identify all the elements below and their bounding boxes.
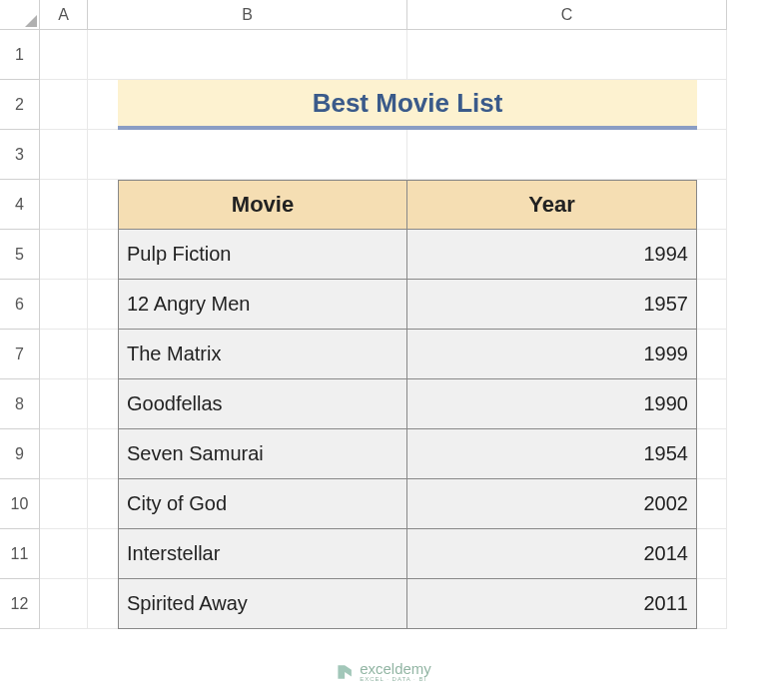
table-row: Goodfellas 1990 <box>118 379 697 429</box>
watermark-text: exceldemy EXCEL · DATA · BI <box>360 661 431 682</box>
cell-a6[interactable] <box>40 280 88 330</box>
row-header-4[interactable]: 4 <box>0 180 40 230</box>
cell-year[interactable]: 2014 <box>407 529 697 579</box>
cell-movie[interactable]: The Matrix <box>118 330 407 379</box>
cell-a7[interactable] <box>40 330 88 379</box>
cell-year[interactable]: 1990 <box>407 379 697 429</box>
cell-year[interactable]: 1999 <box>407 330 697 379</box>
select-all-corner[interactable] <box>0 0 40 30</box>
cell-year[interactable]: 2002 <box>407 479 697 529</box>
row-header-1[interactable]: 1 <box>0 30 40 80</box>
column-header-c[interactable]: C <box>407 0 727 30</box>
cell-a11[interactable] <box>40 529 88 579</box>
cell-movie[interactable]: City of God <box>118 479 407 529</box>
cell-a1[interactable] <box>40 30 88 80</box>
cell-movie[interactable]: Spirited Away <box>118 579 407 629</box>
row-header-3[interactable]: 3 <box>0 130 40 180</box>
movie-table: Movie Year Pulp Fiction 1994 12 Angry Me… <box>118 180 697 629</box>
table-row: Pulp Fiction 1994 <box>118 230 697 280</box>
cell-a8[interactable] <box>40 379 88 429</box>
row-header-5[interactable]: 5 <box>0 230 40 280</box>
cell-a2[interactable] <box>40 80 88 130</box>
header-year[interactable]: Year <box>407 180 697 230</box>
watermark: exceldemy EXCEL · DATA · BI <box>336 661 431 682</box>
watermark-tagline: EXCEL · DATA · BI <box>360 676 431 682</box>
row-header-9[interactable]: 9 <box>0 429 40 479</box>
cell-year[interactable]: 1957 <box>407 280 697 330</box>
worksheet-content: Best Movie List Movie Year Pulp Fiction … <box>88 30 727 629</box>
row-header-8[interactable]: 8 <box>0 379 40 429</box>
table-row: Seven Samurai 1954 <box>118 429 697 479</box>
cell-year[interactable]: 1954 <box>407 429 697 479</box>
column-header-b[interactable]: B <box>88 0 407 30</box>
cell-a3[interactable] <box>40 130 88 180</box>
cell-year[interactable]: 2011 <box>407 579 697 629</box>
table-row: City of God 2002 <box>118 479 697 529</box>
cell-year[interactable]: 1994 <box>407 230 697 280</box>
column-header-a[interactable]: A <box>40 0 88 30</box>
cell-a4[interactable] <box>40 180 88 230</box>
row-header-10[interactable]: 10 <box>0 479 40 529</box>
cell-a5[interactable] <box>40 230 88 280</box>
row-header-6[interactable]: 6 <box>0 280 40 330</box>
row-header-7[interactable]: 7 <box>0 330 40 379</box>
cell-movie[interactable]: Goodfellas <box>118 379 407 429</box>
row-header-12[interactable]: 12 <box>0 579 40 629</box>
table-row: Spirited Away 2011 <box>118 579 697 629</box>
table-row: 12 Angry Men 1957 <box>118 280 697 330</box>
cell-movie[interactable]: Pulp Fiction <box>118 230 407 280</box>
row-header-2[interactable]: 2 <box>0 80 40 130</box>
logo-icon <box>336 663 354 681</box>
table-header-row: Movie Year <box>118 180 697 230</box>
cell-movie[interactable]: 12 Angry Men <box>118 280 407 330</box>
cell-a9[interactable] <box>40 429 88 479</box>
cell-movie[interactable]: Interstellar <box>118 529 407 579</box>
cell-a12[interactable] <box>40 579 88 629</box>
cell-movie[interactable]: Seven Samurai <box>118 429 407 479</box>
watermark-brand: exceldemy <box>360 661 431 676</box>
table-row: Interstellar 2014 <box>118 529 697 579</box>
sheet-title: Best Movie List <box>118 80 697 130</box>
table-row: The Matrix 1999 <box>118 330 697 379</box>
cell-a10[interactable] <box>40 479 88 529</box>
row-header-11[interactable]: 11 <box>0 529 40 579</box>
header-movie[interactable]: Movie <box>118 180 407 230</box>
